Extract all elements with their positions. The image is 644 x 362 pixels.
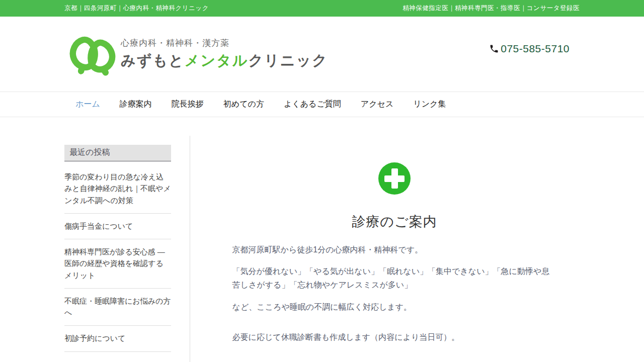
coverage-paragraph: など、こころや睡眠の不調に幅広く対応します。 [232,300,557,314]
list-item: 傷病手当金について [64,214,171,239]
clinic-name: みずもとメンタルクリニック [121,51,328,71]
clinic-tagline: 心療内科・精神科・漢方薬 [121,37,328,49]
recent-posts-title: 最近の投稿 [64,145,171,161]
nav-item-services[interactable]: 診療案内 [120,99,152,110]
nav-item-first-visit[interactable]: 初めての方 [223,99,264,110]
nav-item-access[interactable]: アクセス [361,99,394,110]
nav-item-home[interactable]: ホーム [75,99,100,110]
list-item: 初診予約について [64,326,171,351]
topbar-right-text: 精神保健指定医｜精神科専門医・指導医｜コンサータ登録医 [403,4,580,13]
main-navigation: ホーム 診療案内 院長挨拶 初めての方 よくあるご質問 アクセス リンク集 [0,92,644,117]
twin-loops-logo-icon [68,33,117,76]
page-content: 最近の投稿 季節の変わり目の急な冷え込みと自律神経の乱れ｜不眠やメンタル不調への… [0,136,644,362]
page-title: 診療のご案内 [228,213,560,231]
list-item: 不眠症・睡眠障害にお悩みの方へ [64,289,171,326]
post-link-seasonal-change[interactable]: 季節の変わり目の急な冷え込みと自律神経の乱れ｜不眠やメンタル不調への対策 [64,171,171,206]
clinic-name-highlight: メンタル [185,52,249,68]
main-content: 診療のご案内 京都河原町駅から徒歩1分の心療内科・精神科です。 「気分が優れない… [190,136,580,362]
post-link-specialist-reassurance[interactable]: 精神科専門医が診る安心感 — 医師の経歴や資格を確認するメリット [64,246,171,281]
symptoms-paragraph: 「気分が優れない」「やる気が出ない」「眠れない」「集中できない」「急に動悸や息苦… [232,264,557,292]
post-link-injury-allowance[interactable]: 傷病手当金について [64,220,171,232]
recent-posts-list: 季節の変わり目の急な冷え込みと自律神経の乱れ｜不眠やメンタル不調への対策 傷病手… [64,164,171,352]
list-item: 季節の変わり目の急な冷え込みと自律神経の乱れ｜不眠やメンタル不調への対策 [64,164,171,214]
phone-number: 075-585-5710 [501,43,570,55]
certificate-paragraph: 必要に応じて休職診断書も作成します（内容により当日可）。 [232,330,557,344]
top-info-bar: 京都｜四条河原町｜心療内科・精神科クリニック 精神保健指定医｜精神科専門医・指導… [0,0,644,17]
list-item: 精神科専門医が診る安心感 — 医師の経歴や資格を確認するメリット [64,239,171,289]
nav-item-links[interactable]: リンク集 [413,99,446,110]
nav-item-director-greeting[interactable]: 院長挨拶 [172,99,204,110]
post-link-first-reservation[interactable]: 初診予約について [64,332,171,344]
sidebar: 最近の投稿 季節の変わり目の急な冷え込みと自律神経の乱れ｜不眠やメンタル不調への… [64,136,171,362]
post-link-insomnia[interactable]: 不眠症・睡眠障害にお悩みの方へ [64,295,171,319]
nav-item-faq[interactable]: よくあるご質問 [284,99,341,110]
clinic-logo[interactable]: 心療内科・精神科・漢方薬 みずもとメンタルクリニック [68,33,328,76]
site-header: 心療内科・精神科・漢方薬 みずもとメンタルクリニック 075-585-5710 [0,17,644,92]
topbar-left-text: 京都｜四条河原町｜心療内科・精神科クリニック [64,4,209,13]
phone-link[interactable]: 075-585-5710 [489,43,570,55]
intro-text: 京都河原町駅から徒歩1分の心療内科・精神科です。 「気分が優れない」「やる気が出… [232,243,557,344]
intro-paragraph: 京都河原町駅から徒歩1分の心療内科・精神科です。 [232,243,557,256]
medical-cross-icon [378,162,411,195]
phone-receiver-icon [489,44,499,54]
